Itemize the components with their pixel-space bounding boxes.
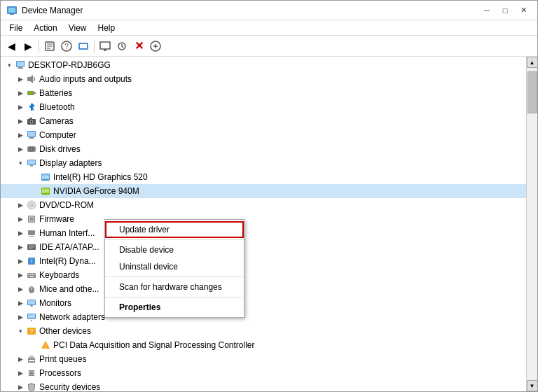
intel-dyna-expand[interactable]: ▶ <box>15 255 26 267</box>
close-button[interactable]: ✕ <box>515 4 532 17</box>
computer-expand[interactable]: ▶ <box>15 130 26 141</box>
context-menu: Update driver Disable device Uninstall d… <box>104 219 244 318</box>
svg-rect-88 <box>30 372 33 374</box>
network-label: Network adapters <box>39 312 105 322</box>
tree-item-bluetooth[interactable]: ▶ Bluetooth <box>1 100 526 114</box>
svg-rect-85 <box>29 360 34 361</box>
disk-expand[interactable]: ▶ <box>15 144 26 155</box>
toolbar-forward[interactable]: ▶ <box>20 38 36 54</box>
root-label: DESKTOP-RDJB6GG <box>28 60 111 70</box>
scroll-track[interactable] <box>527 68 538 380</box>
ide-icon <box>26 241 37 253</box>
context-scan-hardware[interactable]: Scan for hardware changes <box>105 279 244 295</box>
tree-item-keyboards[interactable]: ▶ Keyboards <box>1 268 526 282</box>
toolbar-remove[interactable]: ✕ <box>131 38 146 54</box>
dvd-label: DVD/CD-ROM <box>39 200 94 210</box>
security-expand[interactable]: ▶ <box>15 382 26 391</box>
scroll-up-button[interactable]: ▲ <box>527 57 538 68</box>
scroll-down-button[interactable]: ▼ <box>527 380 538 391</box>
tree-item-display[interactable]: ▾ Display adapters <box>1 156 526 170</box>
tree-item-network[interactable]: ▶ Network adapters <box>1 310 526 324</box>
mice-expand[interactable]: ▶ <box>15 284 26 295</box>
firmware-expand[interactable]: ▶ <box>15 214 26 225</box>
audio-expand[interactable]: ▶ <box>15 74 26 85</box>
svg-rect-77 <box>28 314 35 318</box>
tree-item-ide[interactable]: ▶ IDE ATA/ATAP... <box>1 240 526 254</box>
monitors-expand[interactable]: ▶ <box>15 298 26 309</box>
svg-rect-20 <box>18 67 22 68</box>
display-expand[interactable]: ▾ <box>15 158 26 169</box>
toolbar-help[interactable]: ? <box>59 38 74 54</box>
tree-item-monitors[interactable]: ▶ Monitors <box>1 296 526 310</box>
other-label: Other devices <box>39 326 91 336</box>
bluetooth-expand[interactable]: ▶ <box>15 102 26 113</box>
menu-file[interactable]: File <box>4 22 28 34</box>
tree-root[interactable]: ▾ DESKTOP-RDJB6GG <box>1 58 526 72</box>
scrollbar[interactable]: ▲ ▼ <box>526 57 537 391</box>
tree-item-dvd[interactable]: ▶ DVD/CD-ROM <box>1 198 526 212</box>
tree-item-processors[interactable]: ▶ Processors <box>1 366 526 380</box>
menu-view[interactable]: View <box>63 22 92 34</box>
tree-item-batteries[interactable]: ▶ Batteries <box>1 86 526 100</box>
keyboards-expand[interactable]: ▶ <box>15 270 26 281</box>
tree-item-audio[interactable]: ▶ Audio inputs and outputs <box>1 72 526 86</box>
intel-gpu-label: Intel(R) HD Graphics 520 <box>53 172 148 182</box>
svg-marker-23 <box>30 75 33 83</box>
toolbar-update[interactable] <box>76 38 91 54</box>
processors-expand[interactable]: ▶ <box>15 368 26 379</box>
toolbar-properties[interactable] <box>42 38 57 54</box>
nvidia-gpu-label: NVIDIA GeForce 940M <box>53 186 139 196</box>
tree-item-firmware[interactable]: ▶ Firmware <box>1 212 526 226</box>
svg-rect-34 <box>29 138 34 139</box>
toolbar-scan[interactable] <box>114 38 130 54</box>
tree-item-intel-gpu[interactable]: ▶ GPU Intel(R) HD Graphics 520 <box>1 170 526 184</box>
root-expand[interactable]: ▾ <box>4 59 15 71</box>
toolbar-add[interactable] <box>148 38 163 54</box>
context-properties[interactable]: Properties <box>105 299 244 316</box>
context-uninstall-device[interactable]: Uninstall device <box>105 258 244 275</box>
dvd-expand[interactable]: ▶ <box>15 200 26 211</box>
menu-help[interactable]: Help <box>92 22 121 34</box>
cameras-expand[interactable]: ▶ <box>15 115 26 127</box>
display-icon <box>26 158 37 169</box>
processors-label: Processors <box>39 368 81 378</box>
security-icon <box>26 382 37 391</box>
batteries-label: Batteries <box>39 88 72 98</box>
network-expand[interactable]: ▶ <box>15 312 26 323</box>
tree-item-disk[interactable]: ▶ Disk drives <box>1 142 526 156</box>
tree-item-pci[interactable]: ▶ ! PCI Data Acquisition and Signal Proc… <box>1 338 526 352</box>
context-sep-3 <box>105 297 244 298</box>
menu-action[interactable]: Action <box>28 22 62 34</box>
ide-expand[interactable]: ▶ <box>15 241 26 253</box>
minimize-button[interactable]: ─ <box>478 4 495 17</box>
toolbar-display[interactable] <box>97 38 113 54</box>
tree-item-human[interactable]: ▶ Human Interf... <box>1 226 526 240</box>
tree-item-computer[interactable]: ▶ Computer <box>1 128 526 142</box>
batteries-expand[interactable]: ▶ <box>15 88 26 99</box>
context-update-driver[interactable]: Update driver <box>105 221 244 238</box>
other-expand[interactable]: ▾ <box>15 326 26 337</box>
svg-point-37 <box>31 148 32 150</box>
scroll-thumb[interactable] <box>527 71 537 113</box>
print-expand[interactable]: ▶ <box>15 354 26 365</box>
computer-label: Computer <box>39 130 76 140</box>
tree-item-print[interactable]: ▶ Print queues <box>1 352 526 366</box>
tree-item-mice[interactable]: ▶ Mice and othe... <box>1 282 526 296</box>
tree-item-nvidia-gpu[interactable]: ▶ GPU NVIDIA GeForce 940M <box>1 184 526 198</box>
tree-item-other[interactable]: ▾ ? Other devices <box>1 324 526 338</box>
svg-rect-68 <box>29 276 34 277</box>
svg-text:?: ? <box>64 43 69 50</box>
disk-icon <box>26 144 37 155</box>
tree-item-security[interactable]: ▶ Security devices <box>1 380 526 391</box>
title-bar: Device Manager ─ □ ✕ <box>1 1 537 20</box>
context-disable-device[interactable]: Disable device <box>105 241 244 258</box>
svg-rect-11 <box>100 42 110 49</box>
human-expand[interactable]: ▶ <box>15 227 26 239</box>
tree-item-cameras[interactable]: ▶ Cameras <box>1 114 526 128</box>
toolbar-back[interactable]: ◀ <box>4 38 19 54</box>
svg-rect-21 <box>18 68 23 69</box>
device-tree[interactable]: ▾ DESKTOP-RDJB6GG ▶ <box>1 57 526 391</box>
disk-label: Disk drives <box>39 144 81 154</box>
tree-item-intel-dyna[interactable]: ▶ i Intel(R) Dyna... <box>1 254 526 268</box>
maximize-button[interactable]: □ <box>497 4 513 17</box>
